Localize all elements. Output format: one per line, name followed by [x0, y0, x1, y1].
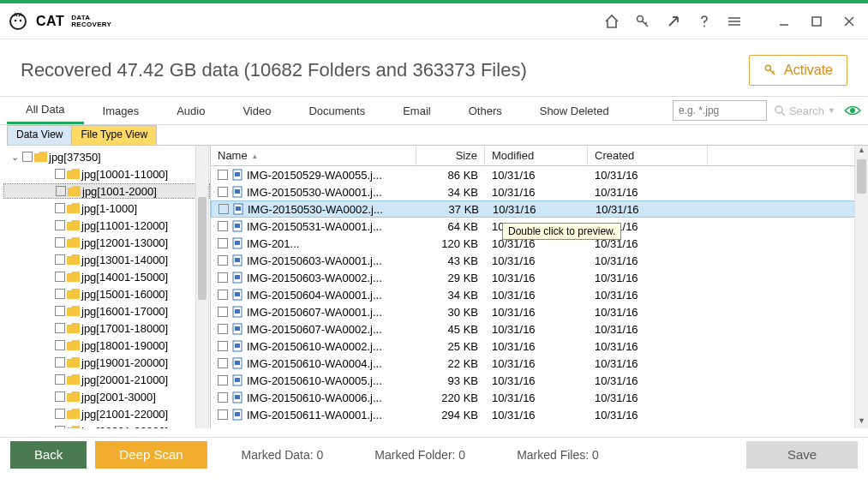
tree-checkbox[interactable]: [55, 357, 65, 368]
tree-checkbox[interactable]: [55, 306, 65, 316]
tree-item[interactable]: jpg[21001-22000]: [3, 406, 210, 421]
tree-item[interactable]: jpg[10001-11000]: [3, 166, 210, 182]
scrollbar-thumb[interactable]: [198, 197, 207, 300]
minimize-button[interactable]: [774, 14, 794, 29]
collapse-toggle[interactable]: ⌄: [10, 152, 19, 163]
folder-tree[interactable]: ⌄ jpg[37350] jpg[10001-11000]jpg[1001-20…: [0, 146, 211, 428]
tree-item[interactable]: jpg[1-1000]: [3, 200, 210, 216]
tree-checkbox[interactable]: [55, 169, 65, 179]
tab-data-view[interactable]: Data View: [7, 125, 72, 145]
column-name[interactable]: Name▴: [211, 146, 416, 165]
filter-input[interactable]: [673, 100, 767, 121]
row-checkbox[interactable]: [218, 392, 228, 403]
table-row[interactable]: IMG-20150611-WA0001.j...294 KB10/31/1610…: [211, 406, 868, 423]
tree-checkbox[interactable]: [55, 289, 65, 299]
row-checkbox[interactable]: [218, 358, 228, 368]
tab-file-type-view[interactable]: File Type View: [71, 125, 157, 145]
tree-item[interactable]: jpg[2001-3000]: [3, 389, 210, 404]
search-button[interactable]: Search ▼: [774, 105, 835, 117]
table-row[interactable]: IMG-20150530-WA0001.j...34 KB10/31/1610/…: [211, 183, 868, 200]
table-row[interactable]: IMG-20150607-WA0002.j...45 KB10/31/1610/…: [211, 320, 868, 338]
tree-item[interactable]: jpg[18001-19000]: [3, 338, 210, 353]
tree-scrollbar[interactable]: [195, 146, 209, 428]
tree-item[interactable]: jpg[19001-20000]: [3, 355, 210, 370]
list-scrollbar[interactable]: ▲ ▼: [854, 146, 868, 428]
tree-item[interactable]: jpg[22001-23000]: [3, 423, 210, 428]
tree-root[interactable]: ⌄ jpg[37350]: [3, 149, 210, 164]
tree-checkbox[interactable]: [55, 272, 65, 282]
back-button[interactable]: Back: [10, 441, 87, 469]
tree-item[interactable]: jpg[13001-14000]: [3, 252, 210, 267]
row-checkbox[interactable]: [218, 238, 228, 248]
column-modified[interactable]: Modified: [485, 146, 588, 165]
row-checkbox[interactable]: [218, 375, 228, 385]
row-checkbox[interactable]: [218, 324, 228, 334]
tree-checkbox[interactable]: [22, 152, 33, 162]
tree-item[interactable]: jpg[14001-15000]: [3, 269, 210, 284]
tree-checkbox[interactable]: [55, 340, 65, 350]
tree-checkbox[interactable]: [55, 323, 65, 333]
table-row[interactable]: IMG-20150530-WA0002.j...37 KB10/31/1610/…: [211, 200, 868, 218]
tree-checkbox[interactable]: [55, 374, 65, 385]
table-row[interactable]: IMG-20150607-WA0001.j...30 KB10/31/1610/…: [211, 303, 868, 320]
table-row[interactable]: IMG-20150610-WA0002.j...25 KB10/31/1610/…: [211, 338, 868, 355]
tree-item[interactable]: jpg[15001-16000]: [3, 286, 210, 302]
save-button[interactable]: Save: [746, 441, 858, 469]
tree-item[interactable]: jpg[16001-17000]: [3, 303, 210, 319]
category-audio[interactable]: Audio: [158, 97, 224, 124]
tree-item[interactable]: jpg[11001-12000]: [3, 218, 210, 233]
menu-icon[interactable]: [727, 14, 743, 29]
table-row[interactable]: IMG-20150610-WA0005.j...93 KB10/31/1610/…: [211, 372, 868, 389]
tree-item[interactable]: jpg[12001-13000]: [3, 235, 210, 250]
category-video[interactable]: Video: [224, 97, 290, 124]
column-created[interactable]: Created: [588, 146, 708, 165]
tree-checkbox[interactable]: [55, 220, 65, 230]
tree-item[interactable]: jpg[17001-18000]: [3, 320, 210, 336]
row-checkbox[interactable]: [218, 221, 228, 231]
scrollbar-thumb[interactable]: [857, 159, 866, 194]
table-row[interactable]: IMG-20150610-WA0006.j...220 KB10/31/1610…: [211, 389, 868, 406]
tree-item[interactable]: jpg[1001-2000]: [3, 183, 210, 199]
list-body[interactable]: IMG-20150529-WA0055.j...86 KB10/31/1610/…: [211, 166, 868, 428]
scroll-down-icon[interactable]: ▼: [855, 416, 868, 428]
activate-button[interactable]: Activate: [749, 55, 847, 86]
tree-item[interactable]: jpg[20001-21000]: [3, 372, 210, 387]
tree-checkbox[interactable]: [55, 203, 65, 213]
row-checkbox[interactable]: [218, 341, 228, 351]
tree-checkbox[interactable]: [55, 391, 65, 402]
table-row[interactable]: IMG-20150529-WA0055.j...86 KB10/31/1610/…: [211, 166, 868, 183]
tree-checkbox[interactable]: [55, 254, 65, 265]
category-images[interactable]: Images: [84, 97, 159, 124]
tree-checkbox[interactable]: [55, 237, 65, 248]
table-row[interactable]: IMG-20150603-WA0001.j...43 KB10/31/1610/…: [211, 252, 868, 269]
category-show-deleted[interactable]: Show Deleted: [521, 97, 628, 124]
scroll-up-icon[interactable]: ▲: [855, 146, 868, 158]
table-row[interactable]: IMG-20150603-WA0002.j...29 KB10/31/1610/…: [211, 269, 868, 286]
table-row[interactable]: IMG-20150610-WA0004.j...22 KB10/31/1610/…: [211, 355, 868, 372]
close-button[interactable]: [839, 14, 859, 29]
row-checkbox[interactable]: [218, 290, 228, 300]
tree-checkbox[interactable]: [55, 426, 65, 428]
visibility-toggle[interactable]: [844, 105, 861, 117]
row-checkbox[interactable]: [218, 187, 228, 197]
row-checkbox[interactable]: [218, 272, 228, 283]
table-row[interactable]: IMG-20150604-WA0001.j...34 KB10/31/1610/…: [211, 286, 868, 303]
row-checkbox[interactable]: [218, 409, 228, 420]
category-others[interactable]: Others: [450, 97, 521, 124]
home-icon[interactable]: [604, 14, 620, 29]
tree-checkbox[interactable]: [55, 409, 65, 419]
help-icon[interactable]: [697, 14, 712, 29]
row-checkbox[interactable]: [218, 255, 228, 266]
maximize-button[interactable]: [806, 14, 827, 29]
row-checkbox[interactable]: [218, 307, 228, 317]
deep-scan-button[interactable]: Deep Scan: [95, 441, 207, 469]
row-checkbox[interactable]: [218, 204, 229, 214]
category-documents[interactable]: Documents: [290, 97, 384, 124]
row-checkbox[interactable]: [218, 170, 228, 180]
column-size[interactable]: Size: [416, 146, 485, 165]
share-icon[interactable]: [666, 14, 681, 29]
category-all-data[interactable]: All Data: [7, 97, 84, 124]
category-email[interactable]: Email: [384, 97, 450, 124]
key-icon[interactable]: [635, 14, 650, 29]
tree-checkbox[interactable]: [56, 186, 66, 196]
